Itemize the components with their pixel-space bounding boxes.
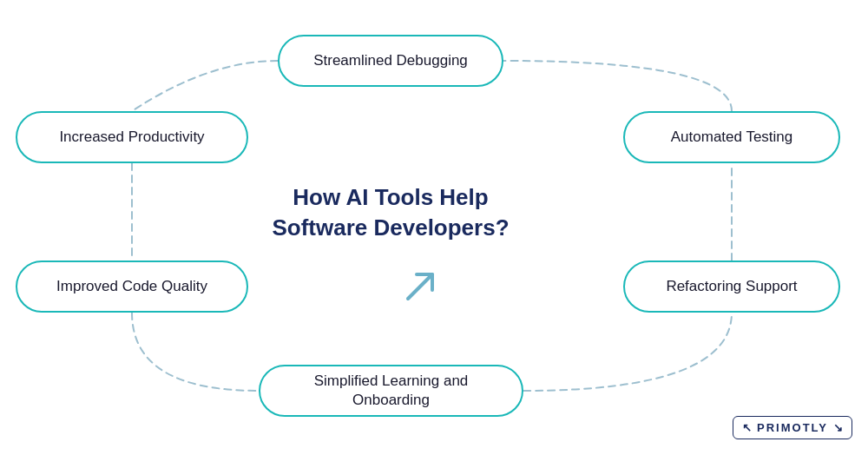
logo-arrow-left-icon: ↖ [742,421,752,434]
svg-line-0 [408,274,432,299]
box-streamlined-debugging: Streamlined Debugging [278,35,503,87]
diagram-container: .dash { stroke: #9dbfcf; stroke-width: 2… [0,0,868,455]
primotly-logo: ↖ PRIMOTLY ↘ [733,416,852,439]
arrow-icon [401,267,439,306]
box-automated-testing: Automated Testing [623,111,840,163]
box-increased-productivity: Increased Productivity [16,111,248,163]
box-improved-code-quality: Improved Code Quality [16,260,248,313]
title-text: How AI Tools Help Software Developers? [243,182,538,243]
logo-arrow-right-icon: ↘ [833,421,843,434]
logo-text: PRIMOTLY [757,421,828,434]
box-refactoring-support: Refactoring Support [623,260,840,313]
box-simplified-learning: Simplified Learning and Onboarding [259,365,523,417]
center-title: How AI Tools Help Software Developers? [243,182,538,243]
